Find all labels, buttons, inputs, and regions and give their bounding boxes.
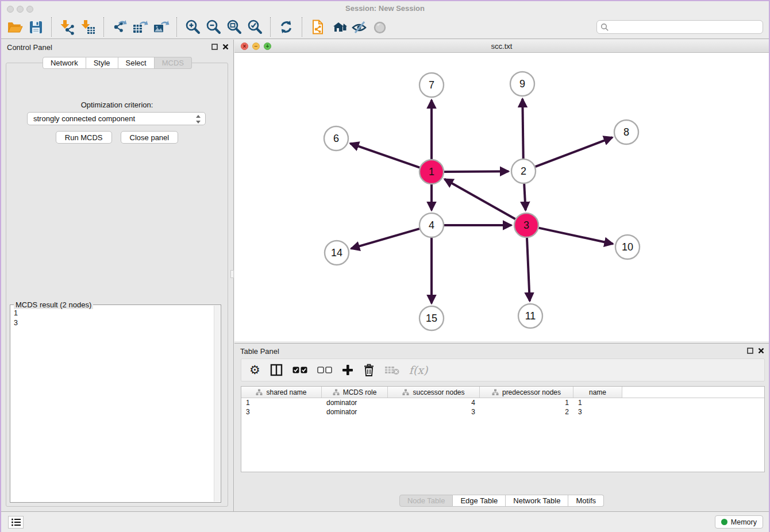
run-mcds-button[interactable]: Run MCDS — [56, 131, 112, 144]
select-all-checkboxes-icon[interactable] — [292, 362, 307, 378]
graph-edge-1-2[interactable] — [444, 171, 509, 172]
table-body: 1dominator4113dominator323 — [241, 398, 764, 417]
table-header-row: shared nameMCDS rolesuccessor nodesprede… — [241, 387, 764, 398]
tab-network[interactable]: Network — [43, 57, 86, 69]
column-tree-icon — [402, 389, 409, 396]
save-session-button[interactable] — [25, 17, 46, 37]
show-all-button[interactable] — [369, 17, 390, 37]
tab-edge-table[interactable]: Edge Table — [453, 495, 506, 507]
float-panel-icon[interactable] — [211, 44, 218, 50]
column-header-4[interactable]: name — [573, 387, 622, 398]
tab-node-table[interactable]: Node Table — [399, 495, 453, 507]
zoom-fit-button[interactable] — [224, 17, 244, 37]
control-panel-tabs: Network Style Select MCDS — [1, 57, 233, 69]
column-header-2[interactable]: successor nodes — [388, 387, 480, 398]
graph-edge-3-1[interactable] — [445, 179, 515, 219]
first-neighbors-button[interactable] — [328, 17, 349, 37]
graph-node-7[interactable]: 7 — [419, 73, 444, 97]
result-scrollbar[interactable] — [214, 306, 220, 502]
close-table-panel-icon[interactable] — [758, 348, 764, 354]
table-cell: 1 — [573, 398, 622, 407]
table-cell: 4 — [388, 398, 480, 407]
search-input[interactable] — [596, 20, 763, 34]
refresh-icon — [278, 19, 294, 35]
mcds-panel-body: Optimization criterion: strongly connect… — [6, 63, 228, 507]
graph-node-8[interactable]: 8 — [614, 120, 638, 144]
table-cell: dominator — [322, 398, 388, 407]
delete-column-icon[interactable] — [363, 362, 375, 378]
toolbar-separator — [51, 17, 52, 37]
column-header-3[interactable]: predecessor nodes — [480, 387, 573, 398]
column-label: shared name — [266, 388, 306, 396]
table-row-1[interactable]: 3dominator323 — [241, 407, 764, 417]
zoom-out-button[interactable] — [203, 17, 224, 37]
table-cell: 2 — [480, 407, 573, 417]
add-column-icon[interactable] — [342, 362, 353, 378]
graph-node-11[interactable]: 11 — [518, 304, 542, 328]
graph-node-1[interactable]: 1 — [419, 160, 444, 184]
graph-node-4[interactable]: 4 — [419, 213, 444, 237]
app-window: Session: New Session — [1, 1, 769, 532]
close-panel-icon[interactable] — [222, 44, 229, 50]
memory-button[interactable]: Memory — [715, 515, 763, 529]
table-settings-icon[interactable]: ⚙ — [249, 362, 260, 378]
eye-slash-icon — [351, 19, 367, 35]
graph-node-label: 15 — [426, 313, 437, 324]
graph-node-2[interactable]: 2 — [511, 159, 536, 183]
zoom-in-button[interactable] — [182, 17, 203, 37]
graph-node-label: 4 — [429, 219, 434, 231]
import-network-button[interactable] — [57, 17, 78, 37]
export-image-button[interactable] — [151, 17, 171, 37]
graph-canvas-svg: 7968124314101511 — [234, 53, 770, 341]
float-table-panel-icon[interactable] — [747, 348, 753, 354]
zoom-selected-button[interactable] — [244, 17, 265, 37]
graph-edge-2-8[interactable] — [536, 137, 613, 167]
column-header-0[interactable]: shared name — [241, 387, 322, 398]
splitter-handle[interactable] — [230, 270, 234, 278]
new-network-from-selection-button[interactable] — [307, 17, 328, 37]
table-row-0[interactable]: 1dominator411 — [241, 398, 764, 407]
graph-node-label: 8 — [623, 126, 629, 138]
criterion-select[interactable]: strongly connected component — [27, 112, 206, 125]
task-history-button[interactable] — [8, 516, 24, 529]
open-session-button[interactable] — [5, 17, 25, 37]
graph-node-15[interactable]: 15 — [419, 306, 444, 330]
graph-node-9[interactable]: 9 — [510, 72, 534, 96]
table-cell: dominator — [322, 407, 388, 417]
tab-select[interactable]: Select — [118, 57, 155, 69]
column-header-1[interactable]: MCDS role — [322, 387, 388, 398]
close-panel-button[interactable]: Close panel — [121, 131, 179, 144]
import-table-button[interactable] — [78, 17, 98, 37]
graph-edge-1-6[interactable] — [351, 144, 420, 168]
graph-node-10[interactable]: 10 — [615, 235, 640, 259]
table-cell: 3 — [573, 407, 622, 417]
network-canvas[interactable]: 7968124314101511 — [234, 53, 769, 341]
export-table-button[interactable] — [130, 17, 151, 37]
export-network-icon — [111, 19, 128, 35]
tab-style[interactable]: Style — [86, 57, 118, 69]
graph-node-label: 7 — [429, 79, 434, 91]
graph-edge-4-14[interactable] — [351, 229, 419, 249]
graph-node-3[interactable]: 3 — [514, 213, 538, 237]
zoom-selected-icon — [247, 19, 263, 35]
mcds-result-list[interactable]: 1 3 — [14, 309, 213, 501]
graph-edge-2-3[interactable] — [524, 184, 525, 210]
main-toolbar — [1, 15, 769, 39]
table-cell: 3 — [241, 407, 322, 417]
graph-edge-3-11[interactable] — [527, 238, 530, 301]
task-list-icon — [11, 518, 21, 527]
export-network-button[interactable] — [109, 17, 130, 37]
hide-selected-button[interactable] — [349, 17, 369, 37]
tab-mcds[interactable]: MCDS — [155, 57, 192, 69]
deselect-all-checkboxes-icon[interactable] — [317, 362, 332, 378]
column-label: MCDS role — [343, 388, 377, 396]
toolbar-separator — [270, 17, 271, 37]
tab-network-table[interactable]: Network Table — [506, 495, 568, 507]
split-columns-icon[interactable] — [270, 362, 283, 378]
graph-edge-3-10[interactable] — [539, 228, 613, 244]
graph-node-14[interactable]: 14 — [325, 241, 349, 265]
tab-motifs[interactable]: Motifs — [568, 495, 604, 507]
graph-edge-2-9[interactable] — [522, 99, 523, 159]
refresh-view-button[interactable] — [276, 17, 297, 37]
graph-node-6[interactable]: 6 — [324, 126, 348, 151]
